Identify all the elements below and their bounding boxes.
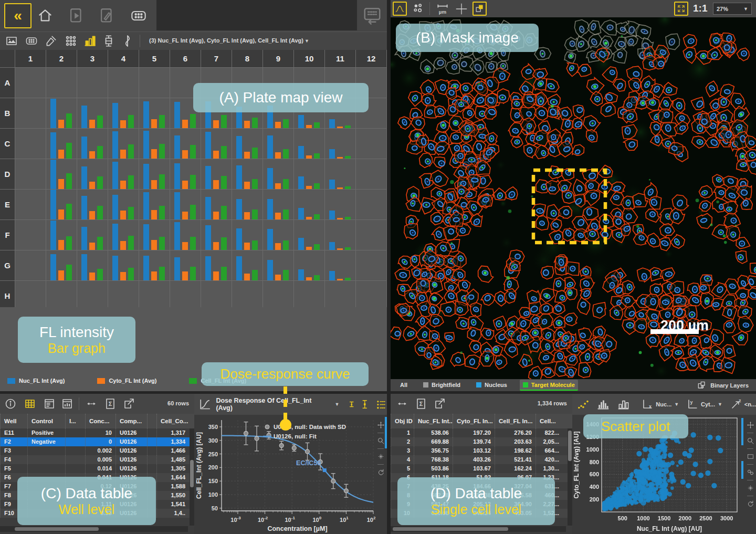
well-G1[interactable] bbox=[15, 250, 46, 280]
column-header[interactable]: Cell_FL In... bbox=[495, 414, 536, 428]
well-C1[interactable] bbox=[15, 129, 46, 159]
well-G10[interactable] bbox=[294, 250, 324, 280]
well-D1[interactable] bbox=[15, 159, 46, 189]
column-header[interactable]: Obj ID bbox=[391, 414, 414, 428]
plate-column-header[interactable]: 4 bbox=[108, 50, 139, 67]
column-header[interactable]: Cyto_FL In... bbox=[453, 414, 495, 428]
plate-row-header[interactable]: D bbox=[0, 159, 15, 189]
plate-column-header[interactable]: 2 bbox=[46, 50, 77, 67]
column-header[interactable]: Conc... bbox=[85, 414, 116, 428]
well-F2[interactable] bbox=[46, 220, 77, 250]
well-G11[interactable] bbox=[325, 250, 355, 280]
plate-column-header[interactable]: 12 bbox=[356, 50, 386, 67]
formula-icon[interactable]: Σ bbox=[104, 397, 117, 410]
display-settings-icon[interactable] bbox=[377, 453, 385, 460]
well-C11[interactable] bbox=[325, 129, 355, 159]
well-D4[interactable] bbox=[108, 159, 139, 189]
fit-to-screen-icon[interactable] bbox=[674, 2, 688, 16]
feature-dropdown[interactable]: (3) Nuc_FL Int (Avg), Cyto_FL Int (Avg),… bbox=[149, 37, 303, 44]
rect-select-icon[interactable] bbox=[747, 453, 754, 460]
plate-column-header[interactable]: 6 bbox=[170, 50, 201, 67]
object-display-icon[interactable] bbox=[412, 2, 425, 15]
table-row[interactable]: F40.005U01261,485 bbox=[0, 455, 194, 464]
plate-column-header[interactable]: 3 bbox=[77, 50, 108, 67]
well-E1[interactable] bbox=[15, 190, 46, 219]
chevron-down-icon[interactable]: ▼ bbox=[674, 402, 679, 407]
well-C8[interactable] bbox=[232, 129, 262, 159]
region-select-icon[interactable] bbox=[472, 2, 487, 16]
well-C2[interactable] bbox=[46, 129, 77, 159]
well-H12[interactable] bbox=[356, 281, 386, 311]
well-H5[interactable] bbox=[139, 281, 170, 311]
well-H10[interactable] bbox=[294, 281, 324, 311]
plate-row-header[interactable]: C bbox=[0, 129, 15, 159]
well-A3[interactable] bbox=[77, 68, 108, 98]
well-H1[interactable] bbox=[15, 281, 46, 311]
display-settings-icon[interactable] bbox=[747, 484, 754, 492]
refresh-icon[interactable] bbox=[747, 500, 754, 508]
plate-column-header[interactable]: 9 bbox=[263, 50, 293, 67]
table-row[interactable]: E11Positive10U01261,317 bbox=[0, 428, 194, 437]
plate-column-header[interactable]: 5 bbox=[139, 50, 170, 67]
binary-layers-icon[interactable] bbox=[697, 380, 707, 391]
table-row[interactable]: F50.014U01261,305 bbox=[0, 464, 194, 473]
column-header[interactable]: Cell_Co... bbox=[156, 414, 189, 428]
error-bar-icon[interactable] bbox=[346, 397, 358, 411]
well-E8[interactable] bbox=[232, 190, 262, 219]
zoom-select[interactable]: 27%▼ bbox=[713, 3, 752, 15]
measure-length-icon[interactable]: µm bbox=[436, 2, 449, 16]
crosshair-icon[interactable] bbox=[455, 2, 468, 16]
plate-icon[interactable] bbox=[128, 7, 149, 24]
well-G5[interactable] bbox=[139, 250, 170, 280]
well-E2[interactable] bbox=[46, 190, 77, 219]
well-E5[interactable] bbox=[139, 190, 170, 219]
plate-column-header[interactable]: 11 bbox=[325, 50, 355, 67]
plate-row-header[interactable]: H bbox=[0, 281, 15, 311]
well-D10[interactable] bbox=[294, 159, 324, 189]
scatter-scroll-indicator[interactable] bbox=[741, 418, 743, 445]
plate-row-header[interactable]: G bbox=[0, 250, 15, 280]
table-row[interactable]: 4768.38403.26521.41420... bbox=[391, 455, 572, 464]
well-H11[interactable] bbox=[325, 281, 355, 311]
well-H4[interactable] bbox=[108, 281, 139, 311]
summary-report-icon[interactable] bbox=[61, 397, 74, 410]
refresh-icon[interactable] bbox=[377, 468, 385, 476]
plate-row-header[interactable]: F bbox=[0, 220, 15, 250]
vertical-divider[interactable] bbox=[387, 0, 391, 534]
layer-toggle-target-molecule[interactable]: Target Molecule bbox=[520, 380, 578, 391]
well-D2[interactable] bbox=[46, 159, 77, 189]
table-row[interactable]: F2Negative0U01261,334 bbox=[0, 437, 194, 446]
well-D8[interactable] bbox=[232, 159, 262, 189]
scatter-view-icon[interactable] bbox=[576, 397, 590, 411]
well-H7[interactable] bbox=[201, 281, 232, 311]
well-D12[interactable] bbox=[356, 159, 386, 189]
well-D3[interactable] bbox=[77, 159, 108, 189]
collapse-sidebar-button[interactable]: « bbox=[4, 3, 32, 28]
plate-row-header[interactable]: E bbox=[0, 190, 15, 219]
table-view-icon[interactable] bbox=[23, 397, 37, 410]
edit-protocol-icon[interactable] bbox=[98, 6, 116, 25]
zoom-icon[interactable] bbox=[747, 437, 754, 445]
formula-icon[interactable]: Σ bbox=[415, 397, 427, 410]
table-row[interactable]: 5503.86103.67162.241,30... bbox=[391, 464, 572, 473]
well-E3[interactable] bbox=[77, 190, 108, 219]
well-D9[interactable] bbox=[263, 159, 293, 189]
well-G9[interactable] bbox=[263, 250, 293, 280]
table-row[interactable]: 3356.75103.12198.62664... bbox=[391, 446, 572, 455]
well-D11[interactable] bbox=[325, 159, 355, 189]
column-arrange-icon[interactable] bbox=[396, 399, 408, 409]
gate-select-icon[interactable] bbox=[747, 468, 754, 476]
well-F11[interactable] bbox=[325, 220, 355, 250]
well-E9[interactable] bbox=[263, 190, 293, 219]
home-icon[interactable] bbox=[37, 7, 54, 24]
well-A2[interactable] bbox=[46, 68, 77, 98]
plate-view-icon[interactable] bbox=[24, 35, 39, 47]
well-G7[interactable] bbox=[201, 250, 232, 280]
well-C3[interactable] bbox=[77, 129, 108, 159]
plate-row-header[interactable]: B bbox=[0, 98, 15, 128]
well-H2[interactable] bbox=[46, 281, 77, 311]
chevron-down-icon[interactable]: ▼ bbox=[335, 402, 340, 407]
layer-toggle-all[interactable]: All bbox=[397, 380, 411, 390]
well-C4[interactable] bbox=[108, 129, 139, 159]
well-F8[interactable] bbox=[232, 220, 262, 250]
